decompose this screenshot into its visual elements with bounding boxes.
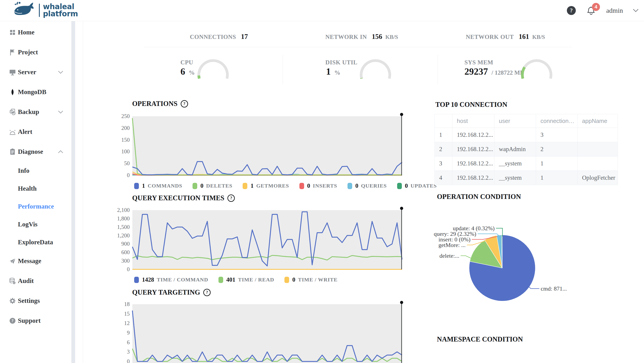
query-execution-times-chart[interactable] [132,210,402,269]
table-cell: wapAdmin [494,142,536,156]
legend-item-time-command[interactable]: 1428TIME / COMMAND [134,276,208,283]
legend-item-time-read[interactable]: 401TIME / READ [218,276,274,283]
sidebar-item-message[interactable]: Message [0,251,71,271]
y-axis-tick: 18 [105,301,130,308]
legend-item-inserts[interactable]: 0INSERTS [300,182,337,189]
table-cell: 1 [536,156,578,171]
gauge-value-sysmem: 29237 / 128722 MB [464,66,524,77]
table-cell: 192.168.12.2... [452,142,494,156]
y-axis-tick: 9 [105,330,130,336]
diagnose-icon [9,148,16,155]
sidebar-scrollbar[interactable] [71,21,75,363]
stats-divider [144,47,572,47]
top-connections-table: hostuserconnectionCountappName 1192.168.… [434,114,618,185]
legend-swatch [134,277,139,283]
help-icon[interactable]: ? [228,194,235,202]
series-line-deletes [132,118,402,175]
table-cell: __system [494,171,536,185]
sidebar-item-logvis[interactable]: LogVis [0,215,71,233]
table-cell: 3 [435,156,452,171]
table-title: TOP 10 CONNECTION [435,101,507,109]
legend-item-updates[interactable]: 0UPDATES [397,182,437,189]
y-axis-tick: 250 [105,113,130,120]
sidebar-item-label: LogVis [18,221,38,228]
sidebar-item-project[interactable]: Project [0,42,71,62]
time-marker-handle[interactable] [400,301,403,304]
gauge-value-disk: 1 % [326,66,340,77]
gauge-label-sysmem: SYS MEM [464,59,493,66]
server-icon [9,69,16,76]
sidebar-item-label: Backup [18,108,39,116]
sidebar-item-label: Performance [18,203,54,210]
help-icon[interactable]: ? [203,289,211,296]
y-axis-tick: 300 [105,258,130,264]
pie-label-delete: delete:... [425,253,459,259]
sidebar-item-label: MongoDB [18,88,46,96]
legend-swatch [218,277,223,283]
stat-value: 161 [519,33,529,41]
sidebar-item-mongodb[interactable]: MongoDB [0,82,71,102]
help-icon[interactable]: ? [567,6,576,15]
sidebar-item-performance[interactable]: Performance [0,197,71,215]
svg-text:?: ? [12,319,14,323]
cpu-gauge [194,55,232,81]
y-axis-tick: 200 [105,125,130,131]
y-axis-tick: 50 [105,160,130,167]
chart-title-query-execution-times: QUERY EXECUTION TIMES ? [132,194,235,202]
sidebar-item-support[interactable]: ?Support [0,311,71,331]
legend-item-queries[interactable]: 0QUERIES [348,182,387,189]
y-axis-tick: 900 [105,241,130,247]
series-line-series-blue [132,311,402,362]
backup-icon [9,108,16,116]
app-header: whaleal platform ? 4 admin [0,0,644,21]
table-cell: 3 [536,128,578,142]
table-row[interactable]: 1192.168.12.2...3 [435,128,618,142]
sidebar-item-backup[interactable]: Backup [0,102,71,122]
sidebar-item-exploredata[interactable]: ExploreData [0,233,71,251]
chevron-down-icon[interactable] [633,9,639,12]
time-marker-handle[interactable] [400,207,403,210]
y-axis-tick: 100 [105,148,130,155]
y-axis-tick: 3 [105,349,130,355]
sidebar-item-info[interactable]: Info [0,162,71,179]
sidebar-item-label: Server [18,68,36,76]
y-axis-tick: 0 [105,266,130,273]
legend-item-getmores[interactable]: 1GETMORES [242,182,289,189]
sidebar-item-diagnose[interactable]: Diagnose [0,142,71,162]
sidebar-item-health[interactable]: Health [0,179,71,197]
sidebar-item-label: Alert [18,128,32,135]
table-cell [578,142,618,156]
table-row[interactable]: 3192.168.12.2...__system1 [435,156,618,171]
sidebar-item-audit[interactable]: Audit [0,271,71,291]
y-axis-tick: 0 [105,172,130,179]
series-line-time-read [132,256,402,260]
table-row[interactable]: 4192.168.12.2...__system1OplogFetcher [435,171,618,185]
notifications-bell[interactable]: 4 [586,5,596,16]
sidebar-item-settings[interactable]: Settings [0,291,71,311]
sysmem-gauge [518,55,556,81]
legend-item-deletes[interactable]: 0DELETES [192,182,232,189]
content-divider [83,21,83,363]
table-cell [578,128,618,142]
table-row[interactable]: 2192.168.12.2...wapAdmin2 [435,142,618,156]
legend-swatch [192,183,197,189]
legend-item-time-write[interactable]: 0TIME / WRITE [284,276,338,283]
legend-item-commands[interactable]: 1COMMANDS [134,182,182,189]
logo-text-line2: platform [43,10,78,17]
query-targeting-chart[interactable] [132,304,402,363]
table-cell: 192.168.12.2... [452,171,494,185]
sidebar-item-home[interactable]: Home [0,22,71,42]
sidebar-item-server[interactable]: Server [0,62,71,82]
chart-title-operations: OPERATIONS ? [132,100,188,108]
user-menu[interactable]: admin [606,7,623,14]
legend-swatch [397,183,402,189]
time-marker-handle[interactable] [400,113,403,116]
app-logo[interactable]: whaleal platform [12,1,78,19]
column-header-appName: appName [578,114,618,128]
sidebar-item-alert[interactable]: Alert [0,122,71,142]
help-icon[interactable]: ? [181,100,188,107]
alert-icon [9,128,16,135]
operations-chart[interactable] [132,116,402,175]
stat-label: CONNECTIONS [190,33,236,40]
mongodb-icon [9,88,16,96]
